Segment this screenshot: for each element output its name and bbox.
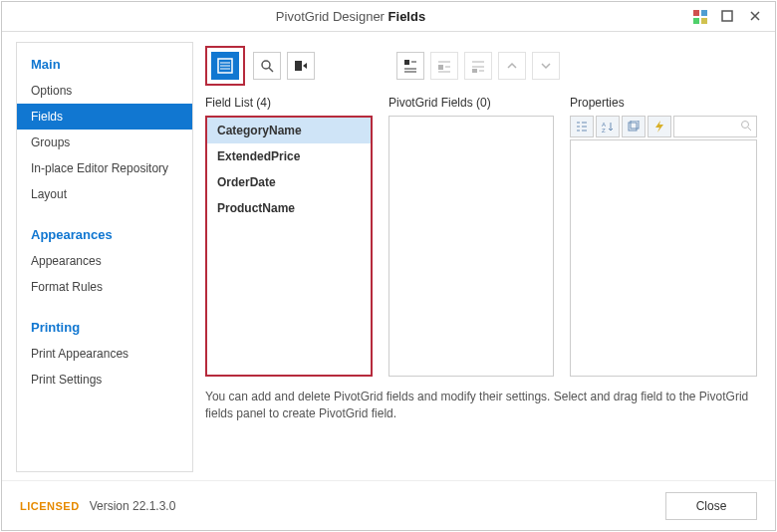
svg-text:Z: Z (602, 128, 606, 133)
search-button[interactable] (253, 52, 281, 80)
sidebar-item-printset[interactable]: Print Settings (17, 367, 192, 393)
appearance-icon[interactable] (693, 10, 707, 24)
move-down-button[interactable] (532, 52, 560, 80)
sidebar: Main Options Fields Groups In-place Edit… (16, 42, 193, 472)
field-list-label: Field List (4) (205, 96, 373, 116)
svg-rect-2 (693, 18, 699, 24)
svg-line-35 (748, 128, 751, 131)
area-column-button[interactable] (464, 52, 492, 80)
footer: LICENSED Version 22.1.3.0 Close (2, 480, 775, 530)
section-printing: Printing (17, 314, 192, 341)
highlight-fieldlist-button (205, 46, 245, 86)
svg-rect-12 (404, 60, 409, 65)
properties-grid[interactable] (570, 139, 757, 377)
svg-rect-0 (693, 10, 699, 16)
properties-search[interactable] (673, 116, 757, 137)
svg-point-34 (742, 122, 749, 129)
sidebar-item-options[interactable]: Options (17, 78, 192, 104)
svg-line-10 (269, 68, 273, 72)
sidebar-item-repository[interactable]: In-place Editor Repository (17, 155, 192, 181)
main-area: Field List (4) CategoryName ExtendedPric… (205, 42, 761, 472)
sidebar-item-layout[interactable]: Layout (17, 181, 192, 207)
pivotgrid-fields-panel: PivotGrid Fields (0) (388, 96, 554, 377)
area-data-button[interactable] (396, 52, 424, 80)
field-productname[interactable]: ProductName (207, 195, 371, 221)
svg-rect-32 (629, 123, 637, 131)
field-list[interactable]: CategoryName ExtendedPrice OrderDate Pro… (205, 116, 373, 377)
prop-categorized-button[interactable] (570, 116, 594, 137)
section-main: Main (17, 51, 192, 78)
sidebar-item-formatrules[interactable]: Format Rules (17, 274, 192, 300)
sidebar-item-groups[interactable]: Groups (17, 130, 192, 155)
window-title: PivotGrid Designer Fields (8, 9, 693, 24)
properties-label: Properties (570, 96, 757, 116)
section-appearances: Appearances (17, 221, 192, 248)
area-row-button[interactable] (430, 52, 458, 80)
hint-text: You can add and delete PivotGrid fields … (205, 389, 761, 422)
version-label: Version 22.1.3.0 (90, 499, 176, 513)
prop-pages-button[interactable] (622, 116, 646, 137)
sidebar-item-fields[interactable]: Fields (17, 104, 192, 130)
pivotgrid-fields-list[interactable] (388, 116, 554, 377)
titlebar: PivotGrid Designer Fields (2, 2, 775, 32)
licensed-badge: LICENSED (20, 500, 80, 512)
search-icon (740, 120, 752, 132)
field-categoryname[interactable]: CategoryName (207, 118, 371, 143)
svg-point-9 (262, 61, 270, 69)
field-orderdate[interactable]: OrderDate (207, 169, 371, 195)
pivotgrid-fields-label: PivotGrid Fields (0) (388, 96, 554, 116)
svg-rect-22 (472, 69, 477, 73)
move-up-button[interactable] (498, 52, 526, 80)
prop-events-button[interactable] (648, 116, 671, 137)
window: PivotGrid Designer Fields Main Options F… (1, 1, 776, 531)
field-extendedprice[interactable]: ExtendedPrice (207, 143, 371, 169)
svg-rect-17 (438, 65, 443, 70)
close-button[interactable]: Close (665, 492, 757, 520)
svg-rect-4 (722, 11, 732, 21)
add-field-button[interactable] (287, 52, 315, 80)
field-list-panel: Field List (4) CategoryName ExtendedPric… (205, 96, 373, 377)
close-icon[interactable] (749, 10, 763, 24)
properties-panel: Properties AZ (570, 96, 757, 377)
svg-rect-3 (701, 18, 707, 24)
svg-rect-11 (295, 61, 302, 71)
maximize-icon[interactable] (721, 10, 735, 24)
svg-rect-1 (701, 10, 707, 16)
toolbar (205, 42, 761, 90)
svg-rect-33 (631, 121, 639, 129)
show-fieldlist-button[interactable] (211, 52, 239, 80)
prop-alphabetical-button[interactable]: AZ (596, 116, 620, 137)
sidebar-item-appearances[interactable]: Appearances (17, 248, 192, 274)
sidebar-item-printapp[interactable]: Print Appearances (17, 341, 192, 367)
